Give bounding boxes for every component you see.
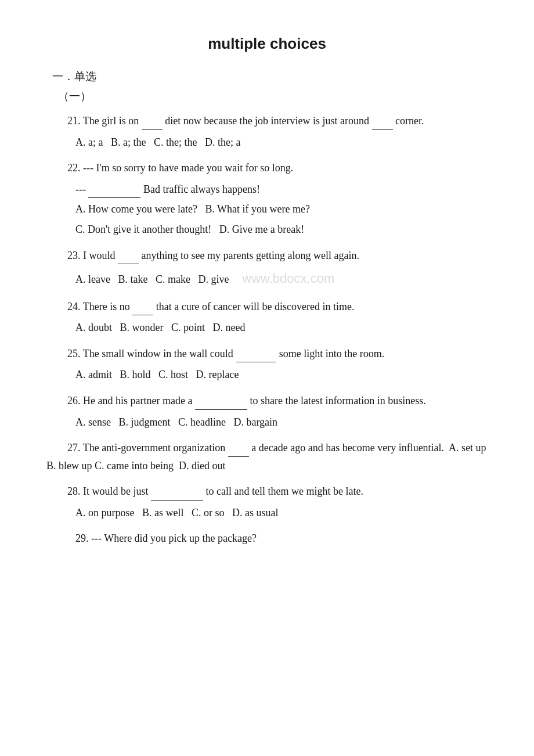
q26-blank (195, 398, 247, 410)
q23-text-after: anything to see my parents getting along… (139, 250, 359, 261)
q27-text-before: 27. The anti-government organization (67, 442, 228, 453)
q21-options-text: A. a; a B. a; the C. the; the D. the; a (75, 136, 240, 148)
q23-blank (118, 253, 139, 264)
q28-text-before: 28. It would be just (67, 485, 151, 497)
q22-blank (88, 187, 140, 199)
q25-text-after: some light into the room. (276, 348, 384, 359)
q22-line1: 22. --- I'm so sorry to have made you wa… (67, 162, 293, 174)
section-header: 一．单选 (52, 69, 488, 84)
q27-blank (228, 445, 249, 457)
question-28: 28. It would be just to call and tell th… (46, 483, 488, 521)
q22-optionAB: A. How come you were late? B. What if yo… (75, 200, 488, 218)
q25-text-before: 25. The small window in the wall could (67, 348, 236, 359)
q23-options: A. leave B. take C. make D. give www.bdo… (75, 268, 488, 289)
q21-options: A. a; a B. a; the C. the; the D. the; a (75, 134, 488, 152)
q21-blank2 (372, 118, 393, 130)
question-29: 29. --- Where did you pick up the packag… (46, 530, 488, 548)
question-24: 24. There is no that a cure of cancer wi… (46, 298, 488, 337)
q29-text: 29. --- Where did you pick up the packag… (75, 530, 488, 548)
question-25: 25. The small window in the wall could s… (46, 345, 488, 384)
q24-options: A. doubt B. wonder C. point D. need (75, 319, 488, 337)
q22-text3: Bad traffic always happens! (140, 183, 260, 195)
q25-blank (236, 351, 276, 363)
q21-text-before: 21. The girl is on (67, 115, 142, 127)
q21-text-after: corner. (393, 115, 424, 127)
question-27: 27. The anti-government organization a d… (46, 439, 488, 474)
q22-line2: --- Bad traffic always happens! (75, 181, 488, 199)
q24-text-after: that a cure of cancer will be discovered… (153, 301, 354, 312)
q21-text-middle: diet now because the job interview is ju… (163, 115, 372, 127)
question-23: 23. I would anything to see my parents g… (46, 247, 488, 290)
page-title: multiple choices (46, 35, 488, 53)
q25-options: A. admit B. hold C. host D. replace (75, 366, 488, 384)
q22-optionCD: C. Don't give it another thought! D. Giv… (75, 221, 488, 239)
watermark: www.bdocx.com (232, 271, 334, 286)
q21-blank1 (142, 118, 163, 130)
q22-dash: --- (75, 183, 88, 195)
q24-blank (132, 304, 153, 315)
question-22: 22. --- I'm so sorry to have made you wa… (46, 159, 488, 238)
sub-header: （一） (58, 89, 488, 104)
q26-text-after: to share the latest information in busin… (247, 395, 426, 406)
q26-text-before: 26. He and his partner made a (67, 395, 195, 406)
q28-text-after: to call and tell them we might be late. (203, 485, 363, 497)
q26-options: A. sense B. judgment C. headline D. barg… (75, 413, 488, 431)
q24-text-before: 24. There is no (67, 301, 132, 312)
question-21: 21. The girl is on diet now because the … (46, 112, 488, 151)
q23-text-before: 23. I would (67, 250, 118, 261)
question-26: 26. He and his partner made a to share t… (46, 392, 488, 431)
q28-options: A. on purpose B. as well C. or so D. as … (75, 504, 488, 522)
q28-blank (151, 489, 203, 501)
